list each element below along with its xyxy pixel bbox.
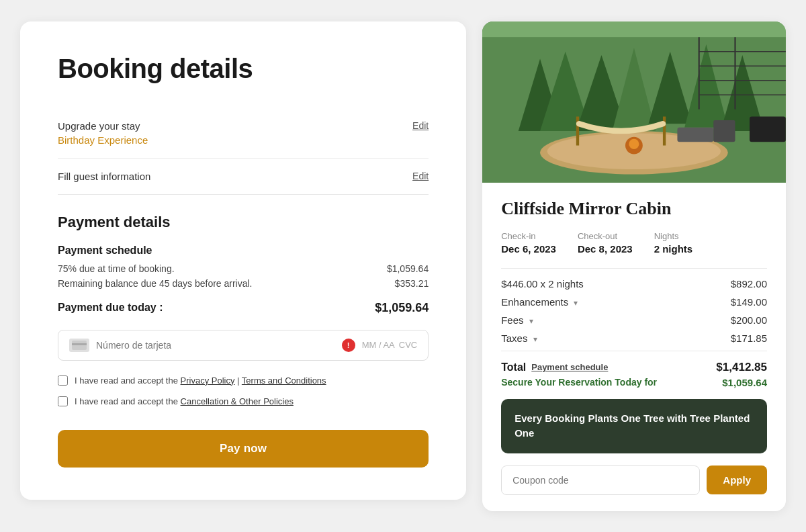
price-divider: [501, 268, 767, 269]
taxes-label: Taxes ▾: [501, 332, 537, 344]
enhancements-label: Enhancements ▾: [501, 296, 578, 308]
checkout-value: Dec 8, 2023: [578, 243, 633, 255]
guest-label: Fill guest information: [58, 171, 150, 182]
tree-banner: Every Booking Plants One Tree with Tree …: [501, 399, 767, 453]
property-name: Cliffside Mirror Cabin: [501, 199, 767, 219]
taxes-row: Taxes ▾ $171.85: [501, 332, 767, 344]
svg-rect-17: [678, 127, 714, 142]
svg-rect-18: [713, 120, 735, 141]
total-divider: [501, 351, 767, 351]
enhancements-dropdown-icon[interactable]: ▾: [574, 298, 578, 308]
total-row: Total Payment schedule $1,412.85: [501, 361, 767, 374]
payment-schedule-heading: Payment schedule: [58, 245, 429, 257]
nights-item: Nights 2 nights: [654, 231, 693, 255]
payment-due-row: Payment due today : $1,059.64: [58, 301, 429, 315]
payment-details-heading: Payment details: [58, 214, 429, 231]
checkbox-privacy-text: I have read and accept the Privacy Polic…: [75, 374, 326, 388]
price-per-night-amount: $892.00: [731, 278, 767, 290]
total-label: Total Payment schedule: [501, 361, 608, 373]
card-number-input[interactable]: [96, 340, 335, 351]
dates-row: Check-in Dec 6, 2023 Check-out Dec 8, 20…: [501, 231, 767, 255]
left-panel: Booking details Upgrade your stay Birthd…: [20, 21, 466, 500]
guest-edit-link[interactable]: Edit: [412, 171, 429, 181]
terms-link[interactable]: Terms and Conditions: [242, 375, 326, 386]
card-expiry: MM / AA: [362, 340, 395, 350]
fees-label: Fees ▾: [501, 314, 533, 326]
payment-due-amount: $1,059.64: [375, 301, 429, 315]
upgrade-section: Upgrade your stay Birthday Experience Ed…: [58, 108, 429, 159]
property-image: [482, 21, 786, 183]
coupon-row: Apply: [501, 466, 767, 495]
secure-label: Secure Your Reservation Today for: [501, 377, 657, 388]
enhancements-amount: $149.00: [731, 296, 767, 308]
checkbox-cancellation-row: I have read and accept the Cancellation …: [58, 395, 429, 408]
svg-point-16: [629, 138, 639, 148]
schedule-line1-label: 75% due at time of booking.: [58, 263, 175, 274]
svg-rect-13: [576, 116, 579, 145]
nights-value: 2 nights: [654, 243, 693, 255]
payment-schedule-link[interactable]: Payment schedule: [531, 362, 608, 372]
fees-amount: $200.00: [731, 314, 767, 326]
cancellation-policies-link[interactable]: Cancellation & Other Policies: [181, 396, 294, 406]
right-panel: Cliffside Mirror Cabin Check-in Dec 6, 2…: [482, 21, 786, 511]
enhancements-row: Enhancements ▾ $149.00: [501, 296, 767, 308]
pay-now-button[interactable]: Pay now: [58, 430, 429, 468]
taxes-dropdown-icon[interactable]: ▾: [533, 335, 537, 344]
card-cvc: CVC: [399, 340, 417, 350]
upgrade-label: Upgrade your stay: [58, 120, 148, 132]
upgrade-edit-link[interactable]: Edit: [412, 120, 429, 131]
secure-amount: $1,059.64: [722, 377, 767, 388]
schedule-line-2: Remaining balance due 45 days before arr…: [58, 278, 429, 289]
checkbox-cancellation[interactable]: [58, 396, 68, 406]
checkin-label: Check-in: [501, 231, 556, 241]
svg-rect-14: [663, 116, 666, 145]
checkbox-privacy-row: I have read and accept the Privacy Polic…: [58, 374, 429, 388]
checkout-label: Check-out: [578, 231, 633, 241]
coupon-input[interactable]: [501, 466, 700, 495]
payment-due-label: Payment due today :: [58, 302, 163, 314]
tree-banner-text: Every Booking Plants One Tree with Tree …: [514, 412, 750, 439]
schedule-line-1: 75% due at time of booking. $1,059.64: [58, 263, 429, 274]
checkbox-privacy[interactable]: [58, 375, 68, 386]
nights-label: Nights: [654, 231, 693, 241]
schedule-line1-amount: $1,059.64: [387, 263, 429, 274]
checkout-item: Check-out Dec 8, 2023: [578, 231, 633, 255]
fees-dropdown-icon[interactable]: ▾: [529, 316, 533, 326]
secure-row: Secure Your Reservation Today for $1,059…: [501, 377, 767, 388]
schedule-line2-amount: $353.21: [395, 278, 429, 289]
card-expiry-cvc: MM / AA CVC: [362, 340, 418, 350]
page-wrapper: Booking details Upgrade your stay Birthd…: [20, 21, 786, 511]
card-icon: [69, 339, 89, 352]
page-title: Booking details: [58, 54, 429, 84]
upgrade-value: Birthday Experience: [58, 134, 148, 146]
schedule-line2-label: Remaining balance due 45 days before arr…: [58, 278, 253, 289]
svg-rect-25: [750, 116, 786, 142]
price-per-night-label: $446.00 x 2 nights: [501, 278, 584, 290]
checkin-item: Check-in Dec 6, 2023: [501, 231, 556, 255]
fees-row: Fees ▾ $200.00: [501, 314, 767, 326]
card-error-icon: !: [342, 339, 355, 352]
guest-section: Fill guest information Edit: [58, 159, 429, 195]
price-nights-row: $446.00 x 2 nights $892.00: [501, 278, 767, 290]
card-input-row: ! MM / AA CVC: [58, 330, 429, 361]
checkbox-cancellation-text: I have read and accept the Cancellation …: [75, 395, 294, 408]
checkin-value: Dec 6, 2023: [501, 243, 556, 255]
right-content: Cliffside Mirror Cabin Check-in Dec 6, 2…: [482, 183, 786, 511]
apply-button[interactable]: Apply: [707, 466, 767, 494]
privacy-policy-link[interactable]: Privacy Policy: [181, 375, 235, 386]
total-amount: $1,412.85: [716, 361, 767, 374]
svg-rect-1: [72, 343, 87, 345]
taxes-amount: $171.85: [731, 332, 767, 344]
